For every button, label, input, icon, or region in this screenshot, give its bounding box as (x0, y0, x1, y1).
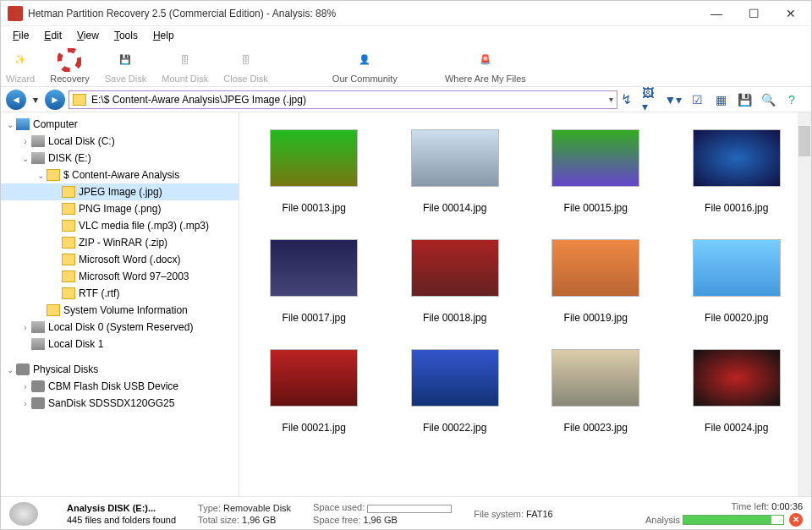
tree-physical[interactable]: ⌄Physical Disks (1, 361, 239, 378)
file-name: File 00016.jpg (705, 202, 768, 214)
maximize-button[interactable]: ☐ (735, 2, 772, 25)
file-grid: File 00013.jpgFile 00014.jpgFile 00015.j… (239, 112, 811, 496)
history-dropdown[interactable]: ▾ (30, 90, 41, 110)
drive-icon (31, 152, 45, 164)
drive-icon (31, 338, 45, 350)
tree-svi[interactable]: System Volume Information (1, 302, 239, 319)
thumbnail-image (551, 239, 639, 297)
file-thumb[interactable]: File 00022.jpg (389, 349, 522, 434)
tree-sandisk[interactable]: ›SanDisk SDSSDX120GG25 (1, 395, 239, 412)
file-name: File 00013.jpg (283, 202, 346, 214)
stop-button[interactable]: ✕ (789, 513, 803, 527)
disk-status-icon (9, 502, 38, 526)
tree-computer[interactable]: ⌄Computer (1, 116, 239, 133)
filter-button[interactable]: ▼▾ (666, 92, 681, 107)
tree-doc97[interactable]: Microsoft Word 97–2003 (1, 268, 239, 285)
disk-icon (31, 380, 45, 392)
options-button[interactable]: ▦ (713, 92, 728, 107)
view-mode-button[interactable]: 🖼▾ (642, 92, 657, 107)
file-thumb[interactable]: File 00019.jpg (529, 239, 662, 324)
menu-help[interactable]: Help (146, 28, 181, 43)
file-thumb[interactable]: File 00017.jpg (248, 239, 381, 324)
drive-icon (31, 135, 45, 147)
status-progress: Time left: 0:00:36 Analysis ✕ (645, 501, 803, 527)
folder-tree[interactable]: ⌄Computer ›Local Disk (C:) ⌄DISK (E:) ⌄$… (1, 112, 239, 496)
file-name: File 00022.jpg (423, 422, 486, 434)
scrollbar-thumb[interactable] (798, 126, 810, 156)
save-disk-button[interactable]: 💾Save Disk (105, 48, 147, 84)
file-name: File 00020.jpg (705, 312, 768, 324)
back-button[interactable]: ◄ (6, 90, 26, 110)
tree-content-aware[interactable]: ⌄$ Content-Aware Analysis (1, 167, 239, 183)
tree-jpeg[interactable]: JPEG Image (.jpg) (1, 183, 239, 200)
thumbnail-image (551, 349, 639, 407)
forward-button[interactable]: ► (45, 90, 65, 110)
file-thumb[interactable]: File 00016.jpg (671, 129, 804, 214)
menu-edit[interactable]: Edit (37, 28, 69, 43)
mount-disk-button[interactable]: 🗄Mount Disk (162, 48, 208, 84)
chevron-down-icon[interactable]: ▾ (609, 95, 613, 104)
tree-disk-e[interactable]: ⌄DISK (E:) (1, 150, 239, 167)
folder-icon (47, 169, 60, 181)
address-bar[interactable]: E:\$ Content-Aware Analysis\JPEG Image (… (69, 90, 617, 109)
file-name: File 00017.jpg (283, 312, 346, 324)
statusbar: Analysis DISK (E:)... 445 files and fold… (1, 496, 811, 530)
tree-cbm[interactable]: ›CBM Flash Disk USB Device (1, 378, 239, 395)
tree-local0[interactable]: ›Local Disk 0 (System Reserved) (1, 319, 239, 336)
tree-png[interactable]: PNG Image (.png) (1, 200, 239, 217)
menu-file[interactable]: File (6, 28, 36, 43)
thumbnail-image (411, 239, 499, 297)
save-button[interactable]: 💾 (737, 92, 752, 107)
drive-icon (31, 321, 45, 333)
mount-icon: 🗄 (173, 48, 197, 72)
thumbnail-image (411, 129, 499, 187)
refresh-button[interactable]: ↯ (621, 91, 632, 107)
file-thumb[interactable]: File 00024.jpg (671, 349, 804, 434)
tree-rtf[interactable]: RTF (.rtf) (1, 285, 239, 302)
folder-icon (73, 94, 86, 106)
close-disk-button[interactable]: 🗄Close Disk (223, 48, 268, 84)
disk-icon (31, 397, 45, 409)
help-button[interactable]: ? (784, 92, 799, 107)
minimize-button[interactable]: — (698, 2, 735, 25)
file-thumb[interactable]: File 00023.jpg (529, 349, 662, 434)
folder-icon (62, 270, 75, 282)
disk-icon (16, 363, 30, 375)
file-thumb[interactable]: File 00018.jpg (389, 239, 522, 324)
file-thumb[interactable]: File 00021.jpg (248, 349, 381, 434)
menu-tools[interactable]: Tools (107, 28, 145, 43)
status-space: Space used: Space free: 1,96 GB (313, 502, 452, 524)
window-title: Hetman Partition Recovery 2.5 (Commercia… (28, 8, 698, 19)
close-button[interactable]: ✕ (772, 2, 809, 25)
folder-icon (62, 254, 75, 265)
file-thumb[interactable]: File 00015.jpg (529, 129, 662, 214)
recovery-button[interactable]: Recovery (50, 48, 89, 84)
status-fs: File system: FAT16 (474, 509, 552, 519)
file-thumb[interactable]: File 00020.jpg (671, 239, 804, 324)
tree-local-c[interactable]: ›Local Disk (C:) (1, 133, 239, 150)
thumbnail-image (411, 349, 499, 407)
where-files-button[interactable]: 🚨Where Are My Files (445, 48, 526, 84)
status-analysis: Analysis DISK (E:)... 445 files and fold… (67, 503, 176, 525)
select-button[interactable]: ☑ (689, 92, 705, 107)
tree-zip[interactable]: ZIP - WinRAR (.zip) (1, 234, 239, 251)
tree-vlc[interactable]: VLC media file (.mp3) (.mp3) (1, 217, 239, 234)
scrollbar[interactable] (798, 112, 811, 496)
tree-docx[interactable]: Microsoft Word (.docx) (1, 251, 239, 268)
wizard-button[interactable]: ✨Wizard (6, 48, 35, 84)
titlebar: Hetman Partition Recovery 2.5 (Commercia… (1, 1, 811, 26)
folder-icon (47, 304, 60, 316)
menubar: File Edit View Tools Help (1, 26, 811, 45)
file-thumb[interactable]: File 00014.jpg (389, 129, 522, 214)
tree-local1[interactable]: Local Disk 1 (1, 336, 239, 352)
thumbnail-image (270, 349, 358, 407)
folder-icon (62, 220, 75, 232)
folder-icon (62, 237, 75, 249)
lifebuoy-icon (58, 48, 81, 72)
search-button[interactable]: 🔍 (760, 92, 776, 107)
community-button[interactable]: 👤Our Community (332, 48, 398, 84)
file-name: File 00021.jpg (283, 422, 346, 434)
navbar: ◄ ▾ ► E:\$ Content-Aware Analysis\JPEG I… (1, 87, 811, 112)
file-thumb[interactable]: File 00013.jpg (248, 129, 381, 214)
menu-view[interactable]: View (70, 28, 106, 43)
